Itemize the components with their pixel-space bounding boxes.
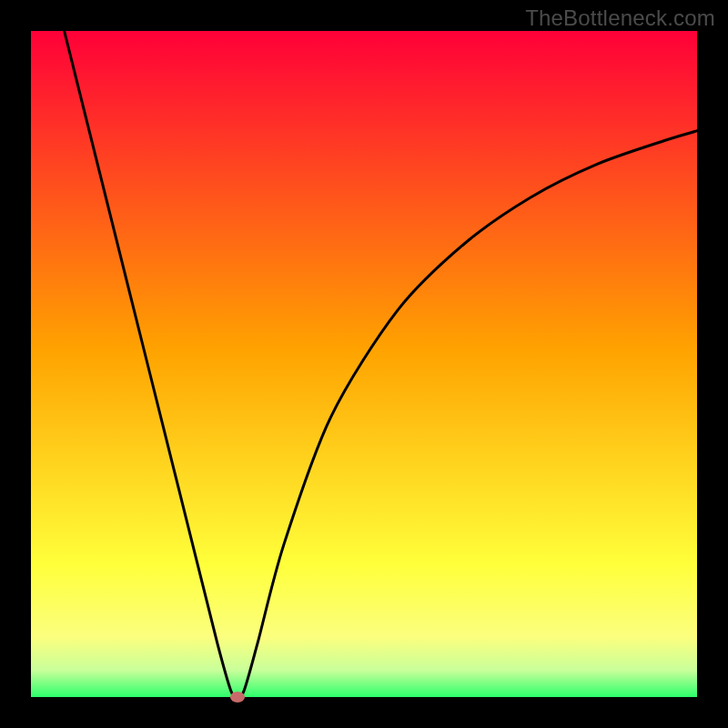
- plot-area: [31, 31, 697, 697]
- bottleneck-curve: [31, 31, 697, 697]
- chart-frame: TheBottleneck.com: [0, 0, 728, 728]
- watermark-text: TheBottleneck.com: [525, 5, 715, 31]
- minimum-marker: [230, 692, 245, 703]
